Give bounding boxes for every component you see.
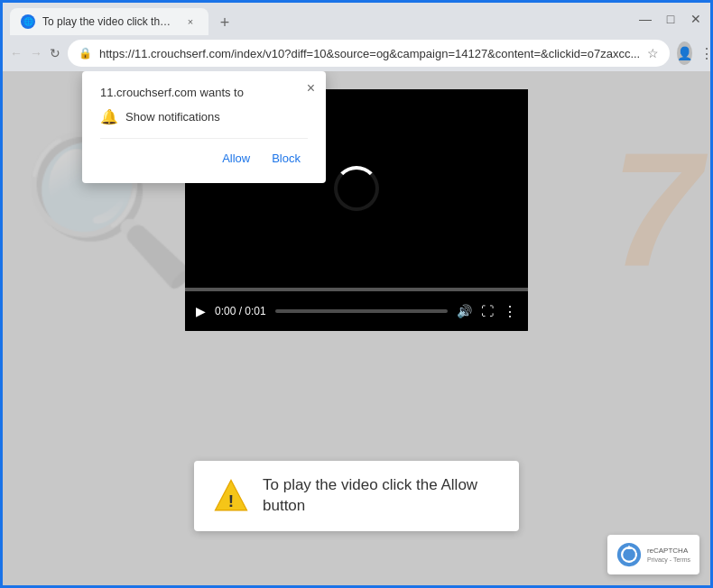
refresh-button[interactable]: ↻ bbox=[50, 42, 60, 64]
popup-title: 11.crouchserf.com wants to bbox=[100, 86, 308, 99]
title-bar: 🌐 To play the video click the Allow... ×… bbox=[3, 3, 710, 35]
notification-row: 🔔 Show notifications bbox=[100, 108, 308, 125]
close-window-button[interactable]: ✕ bbox=[689, 12, 703, 26]
play-button[interactable]: ▶ bbox=[196, 304, 206, 318]
maximize-button[interactable]: □ bbox=[663, 12, 678, 26]
browser-window: 🌐 To play the video click the Allow... ×… bbox=[0, 0, 713, 588]
browser-menu-icon[interactable]: ⋮ bbox=[699, 45, 713, 62]
loading-spinner bbox=[334, 166, 379, 211]
notification-label: Show notifications bbox=[125, 110, 220, 124]
tab-title: To play the video click the Allow... bbox=[42, 15, 176, 28]
window-controls: — □ ✕ bbox=[638, 12, 703, 26]
warning-icon: ! bbox=[212, 477, 250, 515]
new-tab-button[interactable]: + bbox=[212, 10, 237, 35]
close-tab-button[interactable]: × bbox=[183, 14, 198, 29]
video-controls: ▶ 0:00 / 0:01 🔊 ⛶ ⋮ bbox=[185, 291, 528, 331]
notification-actions: Allow Block bbox=[100, 138, 308, 169]
svg-text:!: ! bbox=[228, 492, 234, 510]
address-bar: ← → ↻ 🔒 https://11.crouchserf.com/index/… bbox=[3, 35, 710, 71]
url-bar[interactable]: 🔒 https://11.crouchserf.com/index/v10?di… bbox=[68, 40, 670, 67]
notification-popup: 11.crouchserf.com wants to 🔔 Show notifi… bbox=[82, 71, 326, 183]
recaptcha-terms-link[interactable]: Terms bbox=[673, 556, 690, 563]
popup-close-button[interactable]: × bbox=[307, 80, 315, 96]
minimize-button[interactable]: — bbox=[638, 12, 653, 26]
fullscreen-button[interactable]: ⛶ bbox=[481, 304, 494, 318]
recaptcha-logo bbox=[616, 542, 642, 567]
video-progress-bar[interactable] bbox=[185, 288, 528, 291]
page-content: 🔍 7 11.crouchserf.com wants to 🔔 Show no… bbox=[3, 71, 710, 585]
bell-icon: 🔔 bbox=[100, 108, 118, 125]
volume-button[interactable]: 🔊 bbox=[457, 304, 472, 318]
message-box: ! To play the video click the Allow butt… bbox=[194, 461, 519, 531]
allow-button[interactable]: Allow bbox=[215, 148, 257, 169]
forward-button[interactable]: → bbox=[30, 42, 42, 64]
message-text: To play the video click the Allow button bbox=[263, 475, 501, 517]
tab-bar: 🌐 To play the video click the Allow... ×… bbox=[10, 3, 634, 35]
watermark-text-icon: 7 bbox=[611, 116, 701, 303]
recaptcha-text-block: reCAPTCHA Privacy - Terms bbox=[647, 547, 690, 562]
recaptcha-badge: reCAPTCHA Privacy - Terms bbox=[607, 535, 699, 574]
url-text: https://11.crouchserf.com/index/v10?diff… bbox=[99, 47, 640, 60]
active-tab[interactable]: 🌐 To play the video click the Allow... × bbox=[10, 8, 208, 35]
progress-bar[interactable] bbox=[275, 309, 448, 313]
tab-favicon: 🌐 bbox=[21, 14, 35, 29]
recaptcha-privacy-link[interactable]: Privacy bbox=[647, 556, 668, 563]
profile-icon[interactable]: 👤 bbox=[677, 41, 692, 65]
bookmark-icon[interactable]: ☆ bbox=[647, 46, 659, 60]
lock-icon: 🔒 bbox=[79, 47, 92, 60]
back-button[interactable]: ← bbox=[10, 42, 23, 64]
block-button[interactable]: Block bbox=[264, 148, 308, 169]
more-options-button[interactable]: ⋮ bbox=[503, 303, 517, 320]
time-display: 0:00 / 0:01 bbox=[215, 305, 266, 317]
